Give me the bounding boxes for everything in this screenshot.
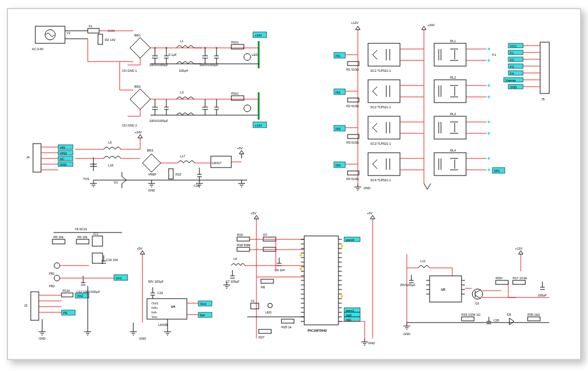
svg-text:J4: J4 <box>26 156 30 159</box>
svg-text:PE: PE <box>63 311 68 315</box>
svg-text:Vin1: Vin1 <box>116 276 122 280</box>
svg-rect-65 <box>348 62 359 66</box>
svg-point-133 <box>54 275 60 281</box>
svg-rect-180 <box>300 254 302 256</box>
svg-text:50V 100µF: 50V 100µF <box>148 280 164 283</box>
svg-rect-76 <box>348 98 359 102</box>
svg-point-18 <box>244 54 251 60</box>
svg-text:FB1: FB1 <box>49 272 55 275</box>
svg-point-81 <box>488 84 490 87</box>
svg-point-31 <box>244 105 251 112</box>
svg-text:GND: GND <box>139 337 146 340</box>
svg-text:C15: C15 <box>157 291 163 295</box>
svg-text:L16: L16 <box>108 164 113 167</box>
svg-text:VIN: VIN <box>60 146 65 149</box>
svg-text:+12V: +12V <box>255 124 262 127</box>
svg-text:+5V: +5V <box>251 211 256 215</box>
svg-rect-168 <box>237 247 250 251</box>
svg-rect-140 <box>62 293 73 297</box>
svg-point-131 <box>54 263 60 268</box>
svg-rect-203 <box>430 276 462 302</box>
svg-text:SC3 TLP521-1: SC3 TLP521-1 <box>370 142 391 145</box>
svg-text:VCC: VCC <box>510 44 517 48</box>
svg-text:J5: J5 <box>541 97 545 101</box>
relay-row: IN1 R1 510Ω SC1 TLP521-1 RL1 K1 <box>334 39 505 182</box>
svg-text:D1: D1 <box>114 181 118 184</box>
svg-text:GND: GND <box>39 337 46 340</box>
svg-text:Vin2: Vin2 <box>77 294 83 297</box>
sense: HI-SC21 R5 10k R6 10k IC1 C16 104 FB1 FB… <box>24 227 128 340</box>
svg-text:GND: GND <box>510 85 517 89</box>
svg-text:VREF: VREF <box>148 173 157 176</box>
svg-text:RSH: RSH <box>496 276 503 280</box>
svg-rect-210 <box>513 280 525 284</box>
svg-rect-4 <box>88 28 99 33</box>
svg-text:L5: L5 <box>108 141 112 144</box>
svg-text:L11: L11 <box>420 259 426 263</box>
svg-text:V1: V1 <box>67 31 71 35</box>
svg-text:pwm0: pwm0 <box>346 238 354 242</box>
svg-text:IN4: IN4 <box>336 164 341 167</box>
svg-text:NC: NC <box>60 157 64 161</box>
svg-text:L6: L6 <box>234 257 237 260</box>
svg-rect-198 <box>259 329 271 333</box>
svg-text:IN3: IN3 <box>336 127 341 131</box>
svg-text:+12V: +12V <box>515 247 522 250</box>
relay-array: +12V +24V GND IN1 R1 510Ω SC1 TLP521-1 <box>334 21 505 190</box>
svg-text:Vcc-: Vcc- <box>152 315 158 319</box>
svg-text:CN GND 2: CN GND 2 <box>122 124 137 127</box>
svg-text:K4: K4 <box>510 72 514 75</box>
svg-rect-176 <box>261 279 273 283</box>
svg-text:SP1: SP1 <box>494 169 500 173</box>
svg-text:0.1µF: 0.1µF <box>169 53 177 56</box>
svg-text:GND: GND <box>364 186 370 190</box>
svg-text:+5V: +5V <box>137 247 142 250</box>
svg-text:R211: R211 <box>231 40 239 44</box>
svg-rect-6 <box>98 34 103 44</box>
svg-text:R25 1k: R25 1k <box>281 325 292 329</box>
svg-text:LED: LED <box>266 311 272 314</box>
schematic-svg: V1 AC 0-9V F1 RZ 14V CON BR1 CN GND <box>8 9 580 359</box>
svg-rect-127 <box>92 236 103 246</box>
svg-rect-183 <box>341 295 343 297</box>
svg-point-82 <box>488 96 490 98</box>
svg-text:SC1 TLP521-1: SC1 TLP521-1 <box>370 69 391 72</box>
svg-text:R15: R15 <box>237 233 243 237</box>
svg-point-70 <box>488 48 490 50</box>
svg-point-92 <box>488 132 490 134</box>
svg-text:R11k: R11k <box>63 289 70 292</box>
svg-text:C18: C18 <box>194 184 199 187</box>
svg-point-194 <box>268 303 272 308</box>
svg-text:K2: K2 <box>510 58 514 62</box>
svg-text:GND: GND <box>148 189 155 192</box>
svg-text:J3: J3 <box>24 304 27 307</box>
svg-text:InA+: InA+ <box>152 306 158 309</box>
svg-text:Vout: Vout <box>200 302 206 305</box>
svg-text:R30 1kΩ: R30 1kΩ <box>528 313 540 316</box>
svg-text:R5 10k: R5 10k <box>54 235 64 239</box>
svg-text:K1: K1 <box>510 51 514 55</box>
svg-point-102 <box>488 169 490 171</box>
svg-text:sig1: sig1 <box>346 318 352 321</box>
svg-text:R18 500k: R18 500k <box>237 243 251 247</box>
svg-text:HI-SC21: HI-SC21 <box>75 227 87 231</box>
svg-text:PIC16F2042: PIC16F2042 <box>308 329 327 332</box>
svg-point-24 <box>204 47 206 48</box>
svg-text:CN GND 1: CN GND 1 <box>122 69 137 72</box>
svg-rect-192 <box>251 303 259 309</box>
svg-text:GND: GND <box>368 341 375 345</box>
svg-text:C7 100µF: C7 100µF <box>226 280 240 283</box>
svg-text:K1: K1 <box>492 53 496 56</box>
svg-text:L17: L17 <box>180 154 185 158</box>
svg-rect-138 <box>31 292 39 320</box>
svg-text:R311: R311 <box>231 92 239 95</box>
svg-text:Vsense: Vsense <box>505 79 516 82</box>
svg-text:BR2: BR2 <box>134 85 141 88</box>
svg-rect-125 <box>76 239 89 244</box>
schematic-sheet: V1 AC 0-9V F1 RZ 14V CON BR1 CN GND <box>7 8 581 360</box>
svg-text:SC4 TLP521-1: SC4 TLP521-1 <box>370 178 391 182</box>
svg-rect-96 <box>348 171 359 175</box>
svg-text:K3: K3 <box>510 65 514 68</box>
svg-text:BR3: BR3 <box>147 149 153 152</box>
svg-point-71 <box>488 59 490 62</box>
